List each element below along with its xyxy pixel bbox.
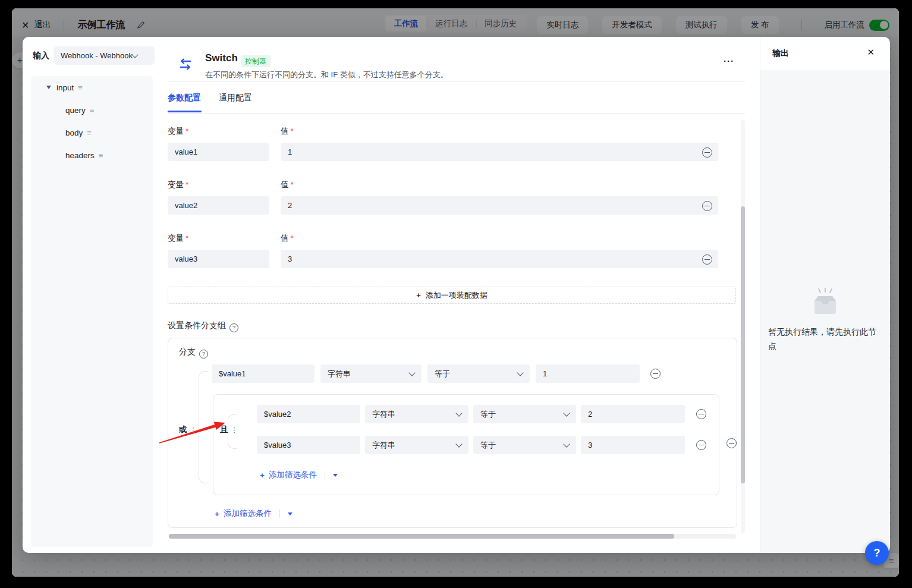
var-value-input[interactable]: 2	[281, 196, 718, 215]
or-logic-toggle[interactable]: 或⋮	[178, 424, 198, 436]
remove-group-icon[interactable]	[727, 438, 737, 448]
input-source-select[interactable]: Webhook - Webhook	[54, 46, 155, 65]
condition-left-input[interactable]: $value3	[257, 436, 360, 454]
var-label: 变量*	[168, 233, 188, 244]
drag-handle-icon[interactable]: ≡	[78, 83, 83, 92]
var-name-input[interactable]: value3	[168, 250, 269, 268]
add-filter-dropdown-caret[interactable]	[333, 474, 338, 477]
help-button[interactable]: ?	[865, 541, 889, 565]
add-filter-condition-link[interactable]: + 添加筛选条件	[260, 470, 338, 480]
horizontal-scrollbar-thumb[interactable]	[169, 534, 674, 539]
condition-section-label: 设置条件分支组?	[168, 320, 238, 332]
help-question-icon[interactable]: ?	[229, 323, 238, 332]
var-value-input[interactable]: 1	[281, 143, 718, 161]
add-data-button[interactable]: + 添加一项装配数据	[168, 287, 736, 304]
chevron-down-icon	[408, 369, 415, 376]
input-variable-tree: input ≡ query ≡ body ≡ headers ≡	[31, 76, 153, 547]
output-body: 暂无执行结果，请先执行此节点	[760, 70, 890, 553]
branch-group-card: 分支? 或⋮ $value1 字符串 等于 1 且⋮ $value2 字符串 等	[168, 338, 737, 528]
controller-badge: 控制器	[241, 55, 271, 67]
chevron-down-icon	[455, 410, 462, 416]
kebab-icon: ⋮	[231, 426, 238, 434]
remove-row-icon[interactable]	[702, 254, 712, 265]
chevron-down-icon	[563, 441, 570, 447]
var-value-input[interactable]: 3	[281, 250, 718, 268]
tab-param-config[interactable]: 参数配置	[168, 93, 201, 103]
switch-node-icon	[178, 57, 193, 74]
or-group-bracket	[199, 371, 209, 483]
var-label: 变量*	[168, 126, 188, 137]
value-label: 值*	[281, 233, 294, 244]
var-name-input[interactable]: value1	[168, 143, 269, 161]
node-title: Switch	[205, 52, 238, 64]
condition-left-input[interactable]: $value1	[212, 364, 315, 383]
plus-icon: +	[260, 471, 265, 480]
drag-handle-icon[interactable]: ≡	[99, 151, 103, 160]
drag-handle-icon[interactable]: ≡	[87, 128, 92, 137]
remove-row-icon[interactable]	[702, 201, 712, 211]
condition-type-select[interactable]: 字符串	[365, 405, 468, 423]
remove-condition-icon[interactable]	[696, 440, 706, 450]
chevron-down-icon	[563, 410, 570, 416]
tab-general-config[interactable]: 通用配置	[219, 93, 252, 103]
condition-op-select[interactable]: 等于	[473, 405, 576, 423]
value-label: 值*	[281, 126, 294, 137]
plus-icon: +	[215, 510, 219, 518]
add-filter-condition-link[interactable]: + 添加筛选条件	[215, 508, 293, 519]
value-label: 值*	[281, 180, 294, 190]
condition-type-select[interactable]: 字符串	[365, 436, 468, 454]
output-title: 输出	[772, 48, 789, 59]
tree-item-query[interactable]: query ≡	[31, 99, 153, 121]
more-actions-button[interactable]: ···	[724, 56, 734, 66]
and-group-card: 且⋮ $value2 字符串 等于 2 $value3 字符串 等于 3 + 添…	[213, 394, 719, 495]
and-logic-toggle[interactable]: 且⋮	[219, 424, 239, 436]
active-tab-underline	[168, 111, 202, 112]
node-config-modal: 输入 Webhook - Webhook input ≡ query ≡ bod…	[23, 37, 890, 553]
node-description: 在不同的条件下运行不同的分支。和 IF 类似，不过支持任意多个分支。	[205, 70, 448, 80]
output-panel: 输出 ✕ 暂无执行结果，请先执行此节点	[760, 37, 890, 553]
condition-left-input[interactable]: $value2	[257, 405, 360, 423]
tree-item-body[interactable]: body ≡	[31, 121, 153, 144]
empty-result-state: 暂无执行结果，请先执行此节点	[760, 288, 890, 353]
tree-item-input[interactable]: input ≡	[31, 76, 153, 99]
chevron-down-icon	[455, 441, 462, 447]
vertical-scrollbar[interactable]	[741, 120, 745, 533]
tree-item-headers[interactable]: headers ≡	[31, 144, 153, 166]
condition-right-input[interactable]: 3	[581, 436, 685, 454]
remove-condition-icon[interactable]	[650, 369, 661, 379]
node-config-content: Switch 控制器 在不同的条件下运行不同的分支。和 IF 类似，不过支持任意…	[156, 37, 760, 553]
condition-type-select[interactable]: 字符串	[320, 364, 422, 383]
condition-op-select[interactable]: 等于	[427, 364, 530, 383]
input-section-label: 输入	[33, 51, 49, 61]
close-output-icon[interactable]: ✕	[867, 47, 875, 58]
kebab-icon: ⋮	[190, 426, 197, 434]
vertical-scrollbar-thumb[interactable]	[741, 206, 745, 483]
empty-inbox-icon	[809, 288, 842, 317]
condition-op-select[interactable]: 等于	[473, 436, 576, 454]
remove-row-icon[interactable]	[702, 147, 712, 158]
condition-right-input[interactable]: 2	[581, 405, 685, 423]
expand-caret-icon[interactable]	[46, 86, 51, 89]
var-label: 变量*	[168, 180, 188, 190]
remove-condition-icon[interactable]	[696, 409, 706, 419]
help-question-icon[interactable]: ?	[199, 350, 208, 359]
drag-handle-icon[interactable]: ≡	[90, 106, 95, 115]
add-filter-dropdown-caret[interactable]	[288, 512, 293, 515]
branch-label: 分支?	[179, 347, 208, 359]
var-name-input[interactable]: value2	[168, 196, 269, 215]
condition-right-input[interactable]: 1	[536, 364, 640, 383]
horizontal-scrollbar[interactable]	[169, 534, 736, 539]
plus-icon: +	[416, 291, 421, 300]
empty-result-text: 暂无执行结果，请先执行此节点	[760, 325, 883, 353]
chevron-down-icon	[517, 369, 523, 376]
